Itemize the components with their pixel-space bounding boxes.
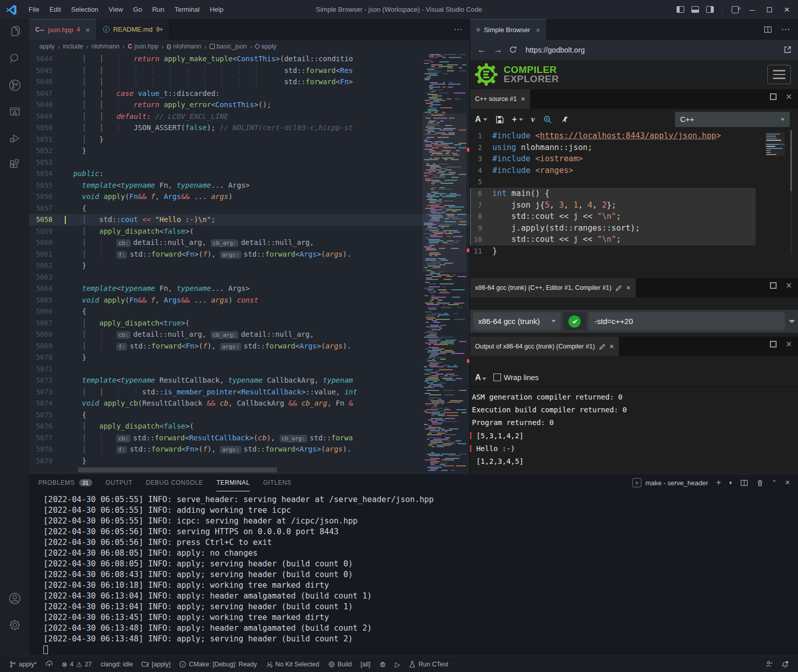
cmake-build-button[interactable]: Build xyxy=(325,658,355,670)
godbolt-code-line[interactable]: 4#include <ranges> xyxy=(470,165,798,177)
cmake-icon[interactable] xyxy=(0,98,29,125)
code-line[interactable]: 5075 { xyxy=(29,409,469,421)
toggle-sidebar-icon[interactable] xyxy=(677,6,684,13)
back-icon[interactable]: ← xyxy=(476,45,487,55)
code-line[interactable]: 5047 │ │ case value_t::discarded: xyxy=(29,88,469,99)
vim-toggle-icon[interactable]: v xyxy=(531,115,535,124)
code-line[interactable]: 5063 xyxy=(29,271,469,283)
godbolt-code-line[interactable]: 1#include <https://localhost:8443/apply/… xyxy=(470,130,798,142)
godbolt-code-line[interactable]: 9 j.apply(std::ranges::sort); xyxy=(470,222,756,234)
panel-tab-gitlens[interactable]: GITLENS xyxy=(263,474,292,491)
code-line[interactable]: 5056 void apply(Fn&& f, Args&& ... args) xyxy=(29,191,469,203)
code-line[interactable]: 5069 │ │ f:std::forward<Fn>(f), args:std… xyxy=(29,340,469,352)
explorer-icon[interactable] xyxy=(0,19,29,45)
run-debug-icon[interactable] xyxy=(0,125,29,152)
panel-tab-output[interactable]: OUTPUT xyxy=(106,474,133,491)
code-line[interactable]: 5045 │ │ │ │ │ │ │ │ │ │ │ std::forward<… xyxy=(29,65,469,77)
rename-pencil-icon[interactable] xyxy=(599,343,606,350)
code-line[interactable]: 5061 │ │ f:std::forward<Fn>(f), args:std… xyxy=(29,248,469,260)
open-external-icon[interactable] xyxy=(783,45,792,54)
reload-icon[interactable] xyxy=(509,45,517,54)
panel-tab-problems[interactable]: PROBLEMS31 xyxy=(38,474,92,491)
terminal-instance[interactable]: > make - serve_header xyxy=(632,478,708,487)
terminal-output[interactable]: [2022-04-30 06:05:55] INFO: serve_header… xyxy=(43,494,793,654)
add-pane-icon[interactable]: + xyxy=(512,115,523,124)
code-line[interactable]: 5066 { xyxy=(29,306,469,317)
more-actions-icon[interactable]: ⋯ xyxy=(781,24,790,35)
code-line[interactable]: 5053 xyxy=(29,157,469,168)
font-size-icon[interactable]: A xyxy=(475,115,487,124)
code-line[interactable]: 5046 │ │ │ │ │ │ │ │ │ │ │ std::forward<… xyxy=(29,76,469,88)
code-line[interactable]: 5064 template<typename Fn, typename... A… xyxy=(29,283,469,294)
panel-tab-debug-console[interactable]: DEBUG CONSOLE xyxy=(146,474,204,491)
menu-help[interactable]: Help xyxy=(205,6,229,13)
code-line[interactable]: 5044 │ │ │ return apply_make_tuple<Const… xyxy=(29,53,469,65)
cmake-folder-status[interactable]: [apply] xyxy=(138,658,173,670)
save-icon[interactable] xyxy=(495,115,504,124)
forward-icon[interactable]: → xyxy=(492,45,504,55)
code-line[interactable]: 5058 │ std::cout << "Hello :-)\n"; xyxy=(29,214,469,226)
breadcrumb-item[interactable]: apply xyxy=(255,43,277,50)
kill-terminal-trash-icon[interactable] xyxy=(756,479,764,487)
code-line[interactable]: 5071 xyxy=(29,363,469,375)
code-line[interactable]: 5077 │ │ cb:std::forward<ResultCallback>… xyxy=(29,432,469,444)
breadcrumb-item[interactable]: basic_json xyxy=(210,43,247,50)
close-pane-icon[interactable]: × xyxy=(786,282,792,289)
problems-status[interactable]: ⊗4 ⚠27 xyxy=(59,658,95,670)
menu-go[interactable]: Go xyxy=(128,6,147,13)
code-line[interactable]: 5067 │ apply_dispatch<true>( xyxy=(29,317,469,329)
close-tab-icon[interactable]: × xyxy=(536,26,540,34)
menu-run[interactable]: Run xyxy=(147,6,169,13)
kit-selection-status[interactable]: No Kit Selected xyxy=(263,658,322,670)
code-line[interactable]: 5052 } xyxy=(29,145,469,157)
language-select[interactable]: C++ xyxy=(675,112,790,127)
compiler-options-input[interactable]: -std=c++20 xyxy=(588,312,785,330)
code-editor[interactable]: 5044 │ │ │ return apply_make_tuple<Const… xyxy=(29,53,469,474)
code-line[interactable]: 5051 │ } xyxy=(29,134,469,145)
horizontal-scrollbar[interactable] xyxy=(78,467,277,472)
tab-json-hpp[interactable]: C++ json.hpp 4 × xyxy=(29,19,97,40)
godbolt-code-line[interactable]: 11} xyxy=(470,245,798,257)
godbolt-code-line[interactable]: 8 std::cout << j << "\n"; xyxy=(470,211,756,222)
feedback-icon[interactable] xyxy=(762,658,776,670)
godbolt-code-line[interactable]: 3#include <iostream> xyxy=(470,153,798,165)
clangd-status[interactable]: clangd: idle xyxy=(97,658,136,670)
code-line[interactable]: 5050 │ │ │ JSON_ASSERT(false); // NOLINT… xyxy=(29,122,469,134)
account-icon[interactable] xyxy=(0,585,29,612)
panel-tab-terminal[interactable]: TERMINAL xyxy=(216,474,250,491)
wrap-lines-checkbox[interactable] xyxy=(493,374,501,381)
breadcrumb-item[interactable]: {}nlohmann xyxy=(167,43,201,50)
settings-gear-icon[interactable] xyxy=(0,612,29,638)
breadcrumb-item[interactable]: apply xyxy=(39,43,55,50)
code-line[interactable]: 5060 │ │ cb:detail::null_arg, cb_arg:det… xyxy=(29,237,469,248)
godbolt-code-line[interactable]: 7 json j{5, 3, 1, 4, 2}; xyxy=(470,200,756,211)
source-control-icon[interactable] xyxy=(0,72,29,98)
code-line[interactable]: 5062 } xyxy=(29,260,469,271)
git-branch-status[interactable]: apply* xyxy=(6,658,40,670)
close-tab-icon[interactable]: × xyxy=(86,26,90,34)
url-input[interactable]: https://godbolt.org xyxy=(526,46,778,54)
source-tab[interactable]: C++ source #1 × xyxy=(470,89,530,109)
code-line[interactable]: 5070 } xyxy=(29,352,469,363)
code-line[interactable]: 5073 │ │ │ │ std::is_member_pointer<Resu… xyxy=(29,386,469,398)
customize-layout-icon[interactable] xyxy=(732,6,739,13)
notifications-bell-icon[interactable] xyxy=(778,658,792,670)
code-line[interactable]: 5054 public: xyxy=(29,168,469,180)
toggle-secondary-sidebar-icon[interactable] xyxy=(706,6,714,13)
minimize-button[interactable] xyxy=(745,5,759,14)
run-ctest-button[interactable]: Run CTest xyxy=(406,658,451,670)
code-line[interactable]: 5074 void apply_cb(ResultCallback && cb,… xyxy=(29,397,469,409)
menu-edit[interactable]: Edit xyxy=(44,6,66,13)
split-terminal-icon[interactable] xyxy=(740,479,748,487)
close-panel-icon[interactable]: × xyxy=(785,478,790,487)
hamburger-menu-icon[interactable] xyxy=(767,65,791,84)
breadcrumb-item[interactable]: include xyxy=(63,43,83,50)
code-line[interactable]: 5078 │ │ f:std::forward<Fn>(f), args:std… xyxy=(29,443,469,455)
launch-target-icon[interactable]: ▷ xyxy=(392,658,403,670)
rename-pencil-icon[interactable] xyxy=(615,285,622,291)
code-line[interactable]: 5059 │ apply_dispatch<false>( xyxy=(29,226,469,237)
code-line[interactable]: 5048 │ │ │ return apply_error<ConstThis>… xyxy=(29,99,469,111)
toggle-panel-icon[interactable] xyxy=(691,6,699,13)
compiler-tab[interactable]: x86-64 gcc (trunk) (C++, Editor #1, Comp… xyxy=(470,278,636,297)
build-target-status[interactable]: [all] xyxy=(358,658,373,670)
